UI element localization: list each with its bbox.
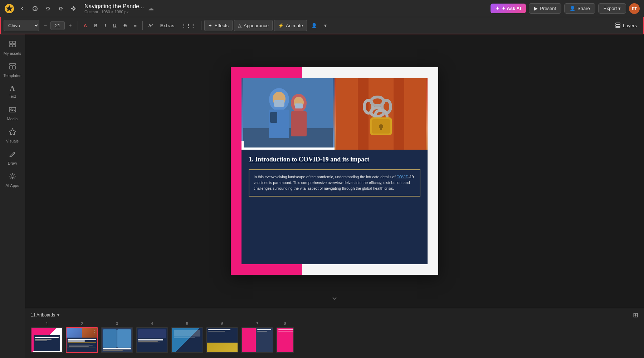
grid-view-icon[interactable]: ⊞ [633, 311, 638, 319]
animate-button[interactable]: ⚡ Animate [274, 20, 307, 31]
top-bar: Navigating the Pande... Custom · 1080 × … [0, 0, 644, 17]
canvas-wrapper[interactable]: 1. Introduction to COVID-19 and its impa… [25, 34, 644, 308]
slide-text-area: 1. Introduction to COVID-19 and its impa… [241, 150, 428, 202]
thumbnail-8[interactable] [276, 327, 294, 353]
svg-rect-14 [9, 107, 16, 112]
svg-rect-27 [295, 103, 303, 108]
slide-image-people[interactable] [241, 78, 335, 150]
app-logo [4, 4, 14, 14]
svg-rect-6 [616, 26, 620, 28]
present-label: Present [540, 6, 556, 11]
artboards-label[interactable]: 11 Artboards ▾ [31, 313, 59, 318]
ai-apps-icon [9, 172, 16, 182]
svg-rect-29 [336, 78, 426, 150]
font-scale-button[interactable]: Aᴬ [146, 20, 156, 31]
thumb-2-menu[interactable]: ⋮ [92, 329, 97, 335]
effects-label: Effects [214, 23, 229, 28]
sidebar-item-visuals[interactable]: Visuals [1, 125, 24, 146]
toolbar-separator-2 [142, 21, 143, 30]
bold-button[interactable]: B [91, 20, 100, 31]
thumbnail-7[interactable] [241, 327, 273, 353]
align-button[interactable]: ≡ [131, 20, 140, 31]
user-avatar[interactable]: ET [629, 3, 640, 14]
export-button[interactable]: Export ▾ [598, 3, 626, 14]
sidebar: My assets Templates A Text Media Visuals [0, 34, 25, 358]
sidebar-item-draw[interactable]: Draw [1, 147, 24, 169]
font-size-increase-button[interactable]: + [65, 21, 74, 30]
history-button[interactable] [30, 4, 40, 13]
team-share-button[interactable]: 👤 [308, 20, 320, 31]
back-button[interactable] [17, 4, 27, 13]
underline-button[interactable]: U [110, 20, 119, 31]
thumb-num-8: 8 [284, 322, 286, 326]
thumbnail-7-wrapper: 7 [241, 322, 273, 353]
toolbar-chevron-button[interactable]: ▾ [321, 20, 330, 31]
font-scale-icon: Aᴬ [148, 23, 153, 28]
thumbnail-2[interactable]: ⋮ [66, 327, 98, 353]
thumbnail-1[interactable] [31, 327, 63, 353]
strikethrough-icon: S [123, 23, 127, 28]
doc-title-text: Navigating the Pande... [84, 3, 144, 10]
ask-ai-label: ✦ Ask AI [502, 6, 521, 11]
media-icon [9, 106, 16, 115]
sidebar-item-ai-apps[interactable]: AI Apps [1, 169, 24, 191]
sidebar-item-templates[interactable]: Templates [1, 59, 24, 81]
slide-body-box[interactable]: In this ever-evolving landscape of the p… [249, 169, 420, 196]
animate-icon: ⚡ [278, 23, 284, 28]
media-label: Media [7, 117, 18, 121]
layers-label: Layers [623, 23, 637, 28]
thumbnail-4-wrapper: 4 [136, 322, 168, 353]
present-button[interactable]: ▶ Present [529, 3, 561, 14]
effects-icon: ✦ [208, 23, 212, 28]
font-family-select[interactable]: Chivo Arial Georgia [4, 20, 39, 31]
thumb-num-6: 6 [221, 322, 223, 326]
layers-button[interactable]: Layers [611, 21, 640, 30]
svg-rect-4 [616, 23, 620, 24]
draw-icon [9, 150, 16, 160]
slide-content-panel[interactable]: 1. Introduction to COVID-19 and its impa… [241, 78, 428, 264]
thumbnail-6[interactable] [206, 327, 238, 353]
redo-button[interactable] [56, 4, 66, 13]
thumbnail-3[interactable] [101, 327, 133, 353]
thumb-num-3: 3 [116, 322, 118, 326]
undo-button[interactable] [43, 4, 53, 13]
svg-rect-7 [10, 41, 12, 44]
svg-rect-10 [13, 44, 15, 47]
slide-title[interactable]: 1. Introduction to COVID-19 and its impa… [249, 155, 420, 164]
sidebar-item-media[interactable]: Media [1, 103, 24, 124]
slide-body-text: In this ever-evolving landscape of the p… [254, 174, 415, 191]
svg-rect-8 [13, 41, 15, 44]
ai-apps-label: AI Apps [6, 183, 19, 188]
ask-ai-button[interactable]: ✦ ✦ Ask AI [491, 4, 526, 13]
thumbnail-5[interactable] [171, 327, 203, 353]
sidebar-item-text[interactable]: A Text [1, 82, 24, 102]
sidebar-item-my-assets[interactable]: My assets [1, 37, 24, 59]
svg-rect-12 [10, 66, 12, 69]
effects-button[interactable]: ✦ Effects [204, 20, 233, 31]
thumb-num-1: 1 [46, 322, 48, 326]
italic-button[interactable]: I [102, 20, 109, 31]
strikethrough-button[interactable]: S [121, 20, 130, 31]
share-button[interactable]: 👤 Share [564, 3, 595, 14]
font-size-decrease-button[interactable]: − [41, 21, 50, 30]
visuals-label: Visuals [6, 139, 19, 144]
thumbnail-6-wrapper: 6 [206, 322, 238, 353]
thumbnail-8-wrapper: 8 [276, 322, 294, 353]
svg-rect-25 [291, 111, 307, 136]
thumb-num-7: 7 [256, 322, 258, 326]
settings-button[interactable] [69, 4, 79, 13]
svg-rect-11 [10, 63, 15, 65]
appearance-button[interactable]: △ Appearance [234, 20, 273, 31]
font-size-input[interactable] [50, 21, 65, 30]
share-label: Share [577, 6, 590, 11]
scroll-down-indicator[interactable] [331, 295, 338, 304]
thumbnail-2-wrapper: 2 [66, 322, 98, 353]
thumbnail-4[interactable] [136, 327, 168, 353]
more-options-button[interactable]: ⋮⋮⋮ [179, 20, 198, 31]
extras-button[interactable]: Extras [157, 20, 177, 31]
slide-image-lock[interactable] [335, 78, 428, 150]
slide-canvas[interactable]: 1. Introduction to COVID-19 and its impa… [231, 67, 438, 275]
italic-icon: I [104, 23, 106, 28]
text-color-button[interactable]: A [81, 20, 90, 31]
main-layout: My assets Templates A Text Media Visuals [0, 34, 644, 358]
